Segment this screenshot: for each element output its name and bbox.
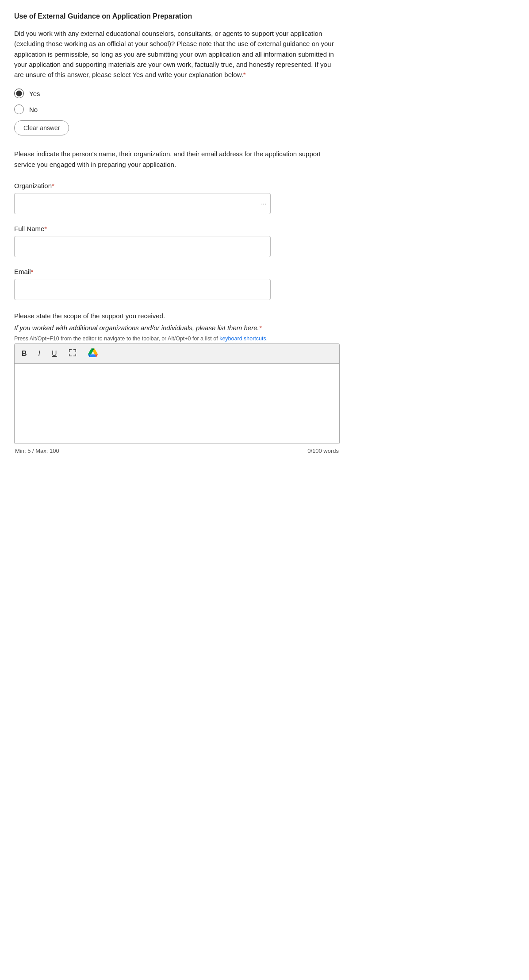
organization-input-wrapper: ···	[14, 193, 271, 214]
question-description: Did you work with any external education…	[14, 28, 340, 80]
fullname-field-group: Full Name*	[14, 225, 340, 257]
rich-editor-wrapper: B I U	[14, 343, 340, 444]
svg-rect-7	[75, 354, 76, 356]
bold-button[interactable]: B	[20, 349, 29, 359]
fullname-input-wrapper	[14, 236, 271, 257]
email-input-wrapper	[14, 279, 271, 300]
radio-yes[interactable]: Yes	[14, 89, 340, 98]
scope-field-group: Please state the scope of the support yo…	[14, 311, 340, 455]
editor-toolbar: B I U	[15, 344, 339, 364]
editor-hint: Press Alt/Opt+F10 from the editor to nav…	[14, 336, 340, 342]
radio-no-label: No	[29, 106, 38, 113]
scope-description-line2: If you worked with additional organizati…	[14, 323, 340, 333]
fullscreen-icon	[69, 349, 77, 357]
fullname-input[interactable]	[14, 236, 271, 257]
organization-field-group: Organization* ···	[14, 182, 340, 214]
email-field-group: Email*	[14, 268, 340, 300]
scope-editor-body[interactable]	[15, 364, 339, 444]
radio-yes-label: Yes	[29, 90, 40, 97]
editor-footer: Min: 5 / Max: 100 0/100 words	[14, 448, 340, 454]
radio-no[interactable]: No	[14, 104, 340, 114]
email-required-star: *	[31, 268, 34, 275]
organization-required-star: *	[52, 182, 54, 189]
italic-button[interactable]: I	[37, 349, 42, 359]
fullname-label: Full Name*	[14, 225, 340, 232]
fullscreen-button[interactable]	[67, 348, 78, 359]
email-input[interactable]	[14, 279, 271, 300]
editor-word-count: 0/100 words	[307, 448, 339, 454]
svg-rect-1	[69, 349, 70, 352]
page-title: Use of External Guidance on Application …	[14, 12, 340, 20]
editor-min-max: Min: 5 / Max: 100	[15, 448, 59, 454]
radio-no-input[interactable]	[14, 104, 24, 114]
clear-answer-button[interactable]: Clear answer	[14, 120, 69, 135]
contact-section-description: Please indicate the person's name, their…	[14, 149, 340, 170]
scope-required-star: *	[259, 324, 262, 332]
required-star-description: *	[243, 71, 246, 78]
svg-rect-5	[69, 354, 70, 356]
organization-input[interactable]	[14, 193, 271, 214]
keyboard-shortcuts-link[interactable]: keyboard shortcuts	[219, 336, 266, 342]
underline-button[interactable]: U	[50, 349, 59, 359]
svg-rect-3	[75, 349, 76, 352]
fullname-required-star: *	[44, 225, 47, 232]
google-drive-icon	[88, 348, 98, 357]
radio-group: Yes No	[14, 89, 340, 114]
description-text: Did you work with any external education…	[14, 30, 334, 78]
google-drive-button[interactable]	[86, 347, 100, 360]
email-label: Email*	[14, 268, 340, 275]
scope-description-line1: Please state the scope of the support yo…	[14, 311, 340, 321]
organization-label: Organization*	[14, 182, 340, 189]
radio-yes-input[interactable]	[14, 89, 24, 98]
